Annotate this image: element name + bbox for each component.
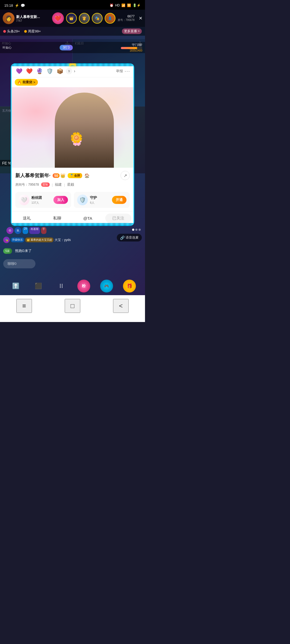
gift-toolbar-icon: 🎁 <box>123 280 136 292</box>
wechat-icon: 💬 <box>21 3 25 8</box>
comment-badges: 升级快乐 👑 幕希的超大宝贝超 大宝：yyds <box>11 237 71 242</box>
level-badge: 50 👑 <box>53 173 66 178</box>
top-nav: 👩 新人慕希贺新... 7767 ❤️ 👑 👸 🎭 👤 6677 <box>0 10 145 27</box>
toolbar-game-btn[interactable]: 🎮 <box>100 280 113 292</box>
screen-toolbar-icon: ⬛ <box>32 280 45 292</box>
fans-toolbar-icon: 粉 <box>77 280 90 292</box>
modal-frame: 💜 ❤️ 🔮 🛡️ 📦 9 › 举报 ··· 🔥 能量烧 > <box>11 63 134 226</box>
guard-card: 🛡️ 守护 6人 开通 <box>74 192 130 208</box>
streamer-name: 新人慕希贺新... <box>16 14 52 19</box>
badge-clan: 干 <box>41 227 46 234</box>
divider-1: | <box>52 183 53 187</box>
user-meta-row: 房间号：795678 官制 | 福建 | 星颇 <box>15 182 130 187</box>
commenter-avatar-1: 🎭 <box>3 237 10 243</box>
heart-circle[interactable]: ❤️ <box>52 12 64 24</box>
comment-row-1: 🎭 升级快乐 👑 幕希的超大宝贝超 大宝：yyds <box>3 237 71 243</box>
upgrade-icon-2: 鼠 <box>15 227 21 234</box>
starcoins-notif[interactable]: 周星99+ <box>24 29 41 34</box>
headline-notif[interactable]: 头条29+ <box>3 29 20 34</box>
battle-left-team: 叶如心 <box>3 46 12 50</box>
energy-arrow: > <box>33 80 35 84</box>
star-decoration: 〰 ✦ ⭐ ✦ 〰 <box>11 63 134 67</box>
upgrade-icons: 伯 鼠 29 布基斯 干 <box>6 227 46 234</box>
toolbar-grid-btn[interactable]: ⁞⁞ <box>55 280 68 292</box>
upgrade-icon-1: 伯 <box>6 227 13 234</box>
status-right: ⏰ HD 📶 🛜 🔋⚡ <box>110 3 141 7</box>
star-big-icon: ⭐ <box>67 63 79 67</box>
crown-avatar-3[interactable]: 🎭 <box>92 13 103 24</box>
star-small-left: ✦ <box>61 63 66 65</box>
battle-right-team: 守门3阶 <box>121 43 142 47</box>
wifi-icon: 🛜 <box>127 3 131 7</box>
person-silhouette <box>55 93 114 168</box>
left-wing-icon: 〰 <box>53 63 60 65</box>
join-fan-club-button[interactable]: 加入 <box>53 196 68 204</box>
membership-section: 🤍 粉丝团 137人 加入 🛡️ 守护 6人 <box>12 189 133 211</box>
home-icon[interactable]: 🏠 <box>84 173 90 178</box>
menu-button[interactable]: ≡ <box>16 299 32 313</box>
constellation-text: 星颇 <box>67 182 74 187</box>
gift-icon: 🎁 <box>126 283 132 289</box>
badge-crown-super: 👑 幕希的超大宝贝超 <box>25 237 53 242</box>
red-dot <box>3 30 6 33</box>
fan-count: 7767 <box>16 19 52 22</box>
fan-club-title: 粉丝团 <box>31 195 51 200</box>
badge-purple-diamond: 💜 <box>15 67 23 75</box>
toolbar-gift-btn[interactable]: 🎁 <box>123 280 136 292</box>
medal-label: 金牌 <box>74 174 80 178</box>
share-button[interactable]: ↗ <box>121 171 130 180</box>
report-button[interactable]: 举报 <box>116 69 123 74</box>
back-button[interactable]: < <box>113 299 129 313</box>
battle-bar: 叶如心 3打3 守门3阶 1835/2400 <box>0 42 145 53</box>
home-nav-button[interactable]: □ <box>65 299 81 313</box>
nav-icons: ❤️ 👑 👸 🎭 👤 6677 房号：795678 × <box>52 12 142 24</box>
follow-button[interactable]: 已关注 <box>105 214 132 223</box>
badge-magic: 🔮 <box>35 67 44 75</box>
user-name-row: 新人慕希贺新年· 50 👑 🏅 金牌 🏠 ↗ <box>15 171 130 180</box>
badge-29: 29 <box>23 227 28 234</box>
stream-label-3: 五月份 <box>2 109 11 113</box>
badge-expand-icon[interactable]: › <box>74 69 75 74</box>
notification-text: 熊跑G来了 <box>15 249 32 253</box>
streamer-avatar[interactable]: 👩 <box>3 12 15 24</box>
toolbar-share-btn[interactable]: ⬆️ <box>9 280 22 292</box>
toolbar-fans-btn[interactable]: 粉 <box>77 280 90 292</box>
more-options-button[interactable]: ··· <box>125 68 130 74</box>
toolbar-screen-btn[interactable]: ⬛ <box>32 280 45 292</box>
hd-label: HD <box>115 3 120 7</box>
close-button[interactable]: × <box>139 15 142 22</box>
badge-upgrade-happy: 升级快乐 <box>11 237 24 242</box>
status-bar: 15:18 ⚡ 💬 ⏰ HD 📶 🛜 🔋⚡ <box>0 0 145 10</box>
upgrade-bar: 伯 鼠 29 布基斯 干 <box>3 226 142 235</box>
level-number: 50 <box>53 173 60 178</box>
more-live-button[interactable]: 更多直播 > <box>122 28 142 34</box>
badge-heart: ❤️ <box>25 67 34 75</box>
energy-tag[interactable]: 🔥 能量烧 > <box>15 79 38 86</box>
notification-bar: 头条29+ 周星99+ 更多直播 > <box>0 27 145 36</box>
crown-avatar-2[interactable]: 👸 <box>79 13 90 24</box>
battle-progress-bar <box>121 47 142 49</box>
signal-icon: 📶 <box>121 3 125 7</box>
open-guard-button[interactable]: 开通 <box>112 196 126 204</box>
green-badge: 5富 <box>3 248 12 254</box>
follow-count: 6677 <box>118 14 135 18</box>
comment-item-1: 🎭 升级快乐 👑 幕希的超大宝贝超 大宝：yyds <box>3 237 142 243</box>
crown-avatar-4[interactable]: 👤 <box>105 13 115 24</box>
fans-label: 粉 <box>82 284 86 288</box>
profile-photo: 🌸 🌼 <box>12 87 133 168</box>
fan-club-count: 137人 <box>31 201 51 205</box>
profile-modal: 〰 ✦ ⭐ ✦ 〰 💜 ❤️ 🔮 🛡️ 📦 9 › 举报 ··· <box>11 63 134 226</box>
location-text: 福建 <box>55 182 62 187</box>
yellow-dot <box>24 30 27 33</box>
headline-text: 头条29+ <box>7 29 20 34</box>
streamer-info: 新人慕希贺新... 7767 <box>16 14 52 22</box>
guard-title: 守护 <box>90 195 110 200</box>
fan-club-info: 粉丝团 137人 <box>31 195 51 205</box>
user-info-section: 新人慕希贺新年· 50 👑 🏅 金牌 🏠 ↗ 房间号：795678 官制 <box>12 168 133 189</box>
chat-input[interactable]: 聊聊0 <box>3 259 35 268</box>
crown-avatar-1[interactable]: 👑 <box>66 13 77 24</box>
crown-icon: 👑 <box>60 173 66 178</box>
white-flower-icon: 🌼 <box>70 132 83 144</box>
guard-icon: 🛡️ <box>77 195 88 205</box>
battle-progress-fill <box>121 47 137 49</box>
